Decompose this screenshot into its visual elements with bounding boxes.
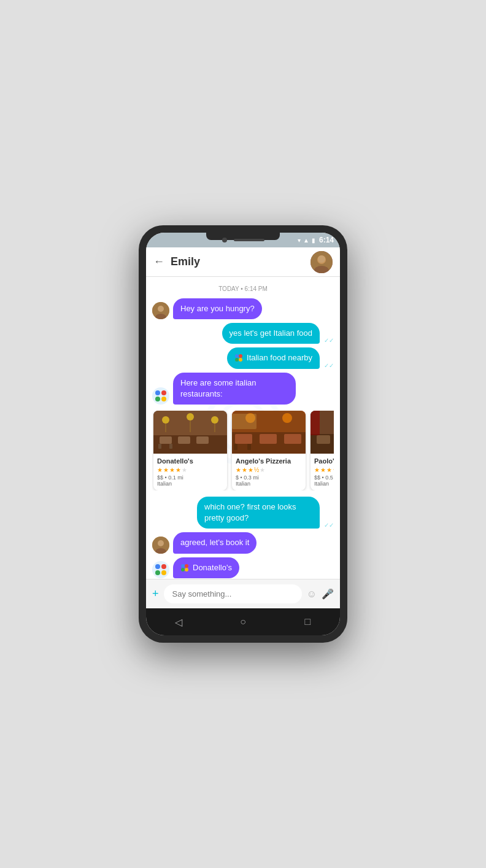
card-body: Paolo's Piz ★ ★ ★ ★ ★ $$ <box>310 454 334 490</box>
restaurant-stars: ★ ★ ★ ★ ★ <box>157 467 223 473</box>
star5: ★ <box>182 467 187 473</box>
star2: ★ <box>320 467 326 473</box>
assistant-avatar <box>152 387 169 405</box>
message-text: agreed, let's book it <box>180 538 249 547</box>
restaurant-cards-row: Donatello's ★ ★ ★ ★ ★ $$ <box>152 411 334 490</box>
svg-point-56 <box>185 564 188 568</box>
emily-avatar <box>152 302 169 319</box>
cuisine: Italian <box>236 481 302 487</box>
svg-point-37 <box>282 413 292 423</box>
timestamp: TODAY • 6:14 PM <box>152 285 334 292</box>
restaurant-cards-container[interactable]: Donatello's ★ ★ ★ ★ ★ $$ <box>152 411 334 490</box>
svg-rect-39 <box>247 444 251 450</box>
message-row: Here are some italian restaurants: <box>152 373 334 405</box>
svg-point-13 <box>239 358 242 362</box>
restaurant-card-angelo[interactable]: Angelo's Pizzeria ★ ★ ★ ½ ★ $ <box>232 411 306 490</box>
restaurant-stars: ★ ★ ★ ★ ★ <box>314 467 334 473</box>
star1: ★ <box>157 467 163 473</box>
star1: ★ <box>236 467 241 473</box>
emoji-button[interactable]: ☺ <box>307 589 317 600</box>
restaurant-image-donatello <box>153 411 227 454</box>
star3: ★ <box>326 467 332 473</box>
read-receipt: ✓✓ <box>324 522 334 529</box>
svg-point-53 <box>155 570 160 575</box>
assistant-icon-small <box>180 564 189 572</box>
back-button[interactable]: ← <box>153 255 164 268</box>
restaurant-card-donatello[interactable]: Donatello's ★ ★ ★ ★ ★ $$ <box>153 411 227 490</box>
message-row: yes let's get Italian food ✓✓ <box>152 323 334 344</box>
svg-rect-29 <box>158 444 161 449</box>
message-text: yes let's get Italian food <box>230 328 312 338</box>
microphone-button[interactable]: 🎤 <box>322 588 334 600</box>
message-row: Italian food nearby ✓✓ <box>152 347 334 368</box>
svg-point-54 <box>161 570 166 575</box>
message-row: which one? first one looks pretty good? … <box>152 497 334 529</box>
contact-name: Emily <box>171 255 310 268</box>
svg-point-16 <box>155 397 160 401</box>
add-button[interactable]: + <box>152 587 159 600</box>
message-bubble: Hey are you hungry? <box>173 298 262 319</box>
restaurant-name: Donatello's <box>157 457 223 465</box>
read-receipt: ✓✓ <box>324 362 334 369</box>
contact-avatar[interactable] <box>310 251 333 273</box>
read-receipt: ✓✓ <box>324 337 334 344</box>
svg-point-11 <box>239 354 242 358</box>
star4: ½ <box>254 467 259 473</box>
battery-icon: ▮ <box>312 237 315 244</box>
message-text: which one? first one looks pretty good? <box>204 502 296 522</box>
svg-rect-33 <box>235 434 252 444</box>
phone-camera <box>222 238 227 242</box>
svg-point-57 <box>181 568 185 572</box>
svg-rect-35 <box>284 434 301 444</box>
message-bubble: agreed, let's book it <box>173 532 256 553</box>
message-bubble: Here are some italian restaurants: <box>173 373 296 405</box>
sent-with-check: yes let's get Italian food ✓✓ <box>222 323 334 344</box>
message-text: Italian food nearby <box>247 352 312 363</box>
phone-screen: ▾ ▲ ▮ 6:14 ← Emily <box>146 233 340 635</box>
svg-rect-43 <box>317 435 330 444</box>
avatar-svg <box>310 251 333 273</box>
star3: ★ <box>169 467 175 473</box>
restaurant-card-paolo[interactable]: Paolo's Piz ★ ★ ★ ★ ★ $$ <box>310 411 334 490</box>
svg-point-8 <box>158 306 164 312</box>
assistant-icon <box>234 354 243 362</box>
message-row: Hey are you hungry? <box>152 298 334 319</box>
wifi-icon: ▾ <box>298 237 301 244</box>
phone-speaker <box>234 239 264 241</box>
sent-with-check: which one? first one looks pretty good? … <box>197 497 334 529</box>
cuisine: Italian <box>314 481 334 487</box>
nav-recent-button[interactable]: □ <box>294 608 321 635</box>
signal-icon: ▲ <box>303 237 309 244</box>
star4: ★ <box>176 467 181 473</box>
svg-point-25 <box>211 416 218 424</box>
svg-point-12 <box>235 358 239 362</box>
restaurant-name: Angelo's Pizzeria <box>236 457 302 465</box>
input-bar: + ☺ 🎤 <box>146 579 340 608</box>
star3: ★ <box>248 467 253 473</box>
assistant-avatar <box>152 561 169 578</box>
price-distance: $$ • 0.5 mi <box>314 475 334 481</box>
phone-device: ▾ ▲ ▮ 6:14 ← Emily <box>139 225 347 643</box>
svg-rect-20 <box>160 436 172 444</box>
svg-point-3 <box>318 255 325 263</box>
message-bubble: Donatello's <box>173 557 239 578</box>
nav-back-button[interactable]: ◁ <box>165 608 192 635</box>
restaurant-image-paolo <box>310 411 334 454</box>
svg-point-49 <box>158 540 164 546</box>
svg-rect-38 <box>234 444 237 450</box>
svg-point-51 <box>155 564 160 569</box>
nav-home-button[interactable]: ○ <box>230 608 256 635</box>
message-bubble: which one? first one looks pretty good? <box>197 497 320 529</box>
svg-point-23 <box>162 416 169 424</box>
restaurant-stars: ★ ★ ★ ½ ★ <box>236 467 302 473</box>
card-body: Angelo's Pizzeria ★ ★ ★ ½ ★ $ <box>232 454 306 490</box>
svg-rect-40 <box>232 414 256 429</box>
restaurant-name: Paolo's Piz <box>314 457 334 465</box>
message-row: agreed, let's book it <box>152 532 334 553</box>
restaurant-image-angelo <box>232 411 306 454</box>
bottom-nav: ◁ ○ □ <box>146 608 340 635</box>
message-input[interactable] <box>164 584 302 603</box>
svg-rect-21 <box>178 436 190 444</box>
svg-point-15 <box>161 390 166 395</box>
star2: ★ <box>242 467 247 473</box>
